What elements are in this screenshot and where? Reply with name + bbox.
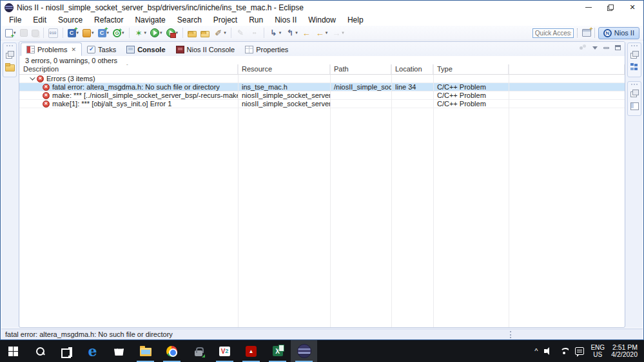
eclipse-logo-icon[interactable] bbox=[5, 3, 14, 12]
taskbar-excel-button[interactable]: X bbox=[264, 340, 291, 362]
menu-source[interactable]: Source bbox=[52, 15, 88, 24]
dropdown-arrow-icon[interactable]: ▾ bbox=[224, 30, 226, 35]
external-tools-icon bbox=[166, 28, 175, 37]
tab-console[interactable]: Console bbox=[121, 43, 170, 56]
run-button[interactable]: ▾ bbox=[149, 28, 164, 38]
tab-tasks[interactable]: Tasks bbox=[82, 43, 121, 56]
open-element-icon bbox=[188, 31, 197, 37]
minimize-view-icon[interactable] bbox=[603, 47, 609, 49]
previous-annotation-button[interactable]: ▾ bbox=[284, 28, 299, 39]
restore-button[interactable] bbox=[600, 1, 621, 14]
tab-problems[interactable]: Problems ✕ bbox=[21, 43, 82, 56]
taskbar-acrobat-button[interactable] bbox=[238, 340, 264, 362]
filters-icon[interactable] bbox=[579, 44, 587, 51]
dropdown-arrow-icon[interactable]: ▾ bbox=[176, 30, 179, 35]
taskbar-start-button[interactable] bbox=[0, 340, 26, 362]
outline-icon[interactable] bbox=[629, 62, 639, 72]
close-tab-icon[interactable]: ✕ bbox=[71, 46, 76, 53]
build-configurations-button[interactable]: G▾ bbox=[112, 28, 126, 38]
taskbar-secure-client-button[interactable] bbox=[185, 340, 211, 362]
back-button[interactable]: ▾ bbox=[314, 28, 329, 39]
wifi-icon[interactable] bbox=[560, 348, 569, 355]
clock[interactable]: 2:51 PM4/2/2020 bbox=[611, 344, 638, 359]
menu-refactor[interactable]: Refactor bbox=[88, 15, 129, 24]
column-location[interactable]: Location bbox=[391, 64, 433, 74]
quick-access-input[interactable] bbox=[532, 28, 574, 38]
maximize-view-icon[interactable] bbox=[615, 45, 621, 50]
column-description[interactable]: Description bbox=[19, 64, 238, 74]
tab-nios-ii-console[interactable]: Nios II Console bbox=[171, 43, 240, 56]
new-wizard-button[interactable]: ▾ bbox=[4, 28, 17, 38]
menu-edit[interactable]: Edit bbox=[27, 15, 52, 24]
perspective-nios-ii-button[interactable]: N Nios II bbox=[598, 27, 639, 39]
notifications-icon[interactable] bbox=[575, 347, 584, 355]
problem-row[interactable]: make: *** [../niosII_simple_socket_serve… bbox=[19, 91, 625, 100]
tab-properties[interactable]: Properties bbox=[240, 43, 293, 56]
new-make-target-button[interactable]: ▾ bbox=[81, 28, 95, 38]
expand-chevron-icon[interactable] bbox=[30, 75, 35, 80]
problem-resource: niosII_simple_socket_server bbox=[238, 91, 330, 99]
taskbar-store-button[interactable] bbox=[106, 340, 132, 362]
menu-window[interactable]: Window bbox=[302, 15, 342, 24]
hidden-icons-chevron-icon[interactable]: ^ bbox=[534, 347, 538, 355]
last-edit-location-button[interactable] bbox=[300, 28, 313, 39]
dropdown-arrow-icon[interactable]: ▾ bbox=[144, 30, 147, 35]
new-c-file-button[interactable]: C▾ bbox=[97, 28, 111, 38]
close-button[interactable] bbox=[621, 1, 643, 14]
column-path[interactable]: Path bbox=[330, 64, 391, 74]
menu-project[interactable]: Project bbox=[208, 15, 243, 24]
menu-run[interactable]: Run bbox=[243, 15, 269, 24]
rail-grip[interactable] bbox=[631, 45, 638, 48]
project-explorer-icon[interactable] bbox=[5, 62, 15, 72]
menu-file[interactable]: File bbox=[3, 15, 27, 24]
dropdown-arrow-icon[interactable]: ▾ bbox=[295, 30, 298, 35]
open-element-button[interactable] bbox=[186, 28, 198, 38]
dropdown-arrow-icon[interactable]: ▾ bbox=[326, 30, 328, 35]
menu-search[interactable]: Search bbox=[171, 15, 208, 24]
new-c-project-button[interactable]: C▾ bbox=[66, 28, 81, 38]
error-icon bbox=[37, 75, 44, 82]
next-annotation-button[interactable]: ▾ bbox=[268, 28, 283, 39]
open-resource-button[interactable] bbox=[199, 28, 211, 38]
column-resource[interactable]: Resource bbox=[238, 64, 330, 74]
rail-grip[interactable] bbox=[631, 84, 638, 86]
problem-type: C/C++ Problem bbox=[433, 100, 509, 108]
dropdown-arrow-icon[interactable]: ▾ bbox=[92, 30, 94, 35]
problem-row[interactable]: make[1]: *** [obj/alt_sys_init.o] Error … bbox=[19, 100, 625, 108]
dropdown-arrow-icon[interactable]: ▾ bbox=[279, 30, 282, 35]
restore-views-icon[interactable] bbox=[629, 50, 639, 60]
layout-icon[interactable] bbox=[629, 100, 639, 111]
problem-row[interactable]: fatal error: altera_msgdma.h: No such fi… bbox=[19, 83, 625, 91]
status-bar-grip[interactable] bbox=[510, 331, 511, 338]
dropdown-arrow-icon[interactable]: ▾ bbox=[122, 30, 124, 35]
minimize-button[interactable] bbox=[578, 1, 600, 14]
taskbar-chrome-button[interactable] bbox=[159, 340, 185, 362]
toolbar-separator bbox=[43, 28, 44, 38]
dropdown-arrow-icon[interactable]: ▾ bbox=[160, 30, 162, 35]
menu-help[interactable]: Help bbox=[342, 15, 369, 24]
view-menu-icon[interactable] bbox=[592, 46, 598, 50]
open-perspective-icon[interactable] bbox=[582, 29, 591, 37]
edge-icon: e bbox=[88, 344, 97, 358]
taskbar-task-view-button[interactable] bbox=[53, 340, 79, 362]
menu-nios-ii[interactable]: Nios II bbox=[269, 15, 302, 24]
search-button[interactable]: ▾ bbox=[212, 28, 228, 39]
column-type[interactable]: Type bbox=[433, 64, 509, 74]
external-tools-button[interactable]: ▾ bbox=[165, 28, 180, 38]
taskbar-file-explorer-button[interactable] bbox=[132, 340, 159, 362]
taskbar-edge-button[interactable]: e bbox=[79, 340, 106, 362]
restore-views-icon[interactable] bbox=[629, 88, 639, 99]
taskbar-vnc-viewer-button[interactable]: V bbox=[211, 340, 238, 362]
rail-grip[interactable] bbox=[6, 45, 13, 48]
restore-views-icon[interactable] bbox=[5, 50, 15, 60]
generate-bsp-button[interactable]: 010 bbox=[47, 28, 59, 39]
debug-button[interactable]: ▾ bbox=[133, 28, 148, 39]
menu-navigate[interactable]: Navigate bbox=[129, 15, 171, 24]
volume-icon[interactable] bbox=[544, 347, 553, 355]
errors-group-row[interactable]: Errors (3 items) bbox=[19, 75, 625, 83]
taskbar-search-button[interactable] bbox=[26, 340, 53, 362]
new-wizard-icon bbox=[5, 29, 13, 37]
language-indicator[interactable]: ENGUS bbox=[590, 344, 605, 358]
taskbar-eclipse-button[interactable] bbox=[291, 340, 317, 362]
dropdown-arrow-icon[interactable]: ▾ bbox=[342, 30, 344, 35]
